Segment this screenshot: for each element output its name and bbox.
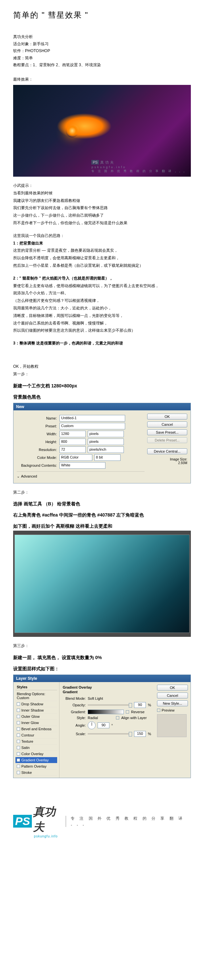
width-label: Width: — [17, 432, 59, 436]
cancel-button[interactable]: Cancel — [157, 692, 188, 698]
footer-brand: 真功夫 — [33, 804, 61, 834]
text-line: 要使它看上去更有动感，使用动感模糊滤镜就可以，为了使图片看上去更有空间感， — [13, 282, 191, 290]
bitdepth-select[interactable]: 8 bit — [94, 454, 120, 461]
text-line: 这里的背景分析 — 背景是夜空，颜色要若隐若现就会真实， — [13, 247, 191, 255]
text-line: 我用最简单的说几个方法：大小，近处的大，远处的小， — [13, 304, 191, 312]
width-input[interactable]: 1280 — [59, 431, 86, 437]
footer-tagline: 专 注 国 外 优 秀 教 程 的 分 享 翻 译 。。。 — [66, 816, 191, 827]
sidebar-item[interactable]: Stroke — [15, 770, 57, 776]
text-line: 我们要先分析下该如何去做，自己脑海要有个整体思路 — [13, 204, 191, 212]
delete-preset-button: Delete Preset... — [147, 437, 187, 443]
blendmode-select[interactable]: Soft Light — [88, 697, 120, 700]
sidebar-item[interactable]: Contour — [15, 732, 57, 738]
resolution-input[interactable]: 72 — [59, 446, 86, 453]
step-label: 第一步： — [13, 371, 191, 378]
device-central-button[interactable]: Device Central... — [147, 449, 187, 454]
text-line: 小武提示： — [13, 182, 191, 189]
opacity-input[interactable]: 90 — [134, 702, 146, 708]
resolution-unit-select[interactable]: pixels/inch — [88, 446, 124, 453]
style-select[interactable]: Radial — [88, 716, 114, 720]
preview-checkbox[interactable] — [157, 709, 160, 712]
styles-sidebar: Styles Blending Options: Custom Drop Sha… — [13, 682, 59, 778]
step2-line: 选择 画笔工具 （B） 给背景着色 — [13, 501, 191, 507]
scale-input[interactable]: 150 — [134, 731, 146, 737]
ok-button[interactable]: OK — [147, 414, 187, 420]
text-line: 就添加几个小火焰，方法一样。 — [13, 290, 191, 297]
save-preset-button[interactable]: Save Preset... — [147, 430, 187, 435]
percent-label: % — [148, 703, 151, 707]
name-input[interactable]: Untitled-1 — [59, 415, 125, 422]
ok-button[interactable]: OK — [157, 685, 188, 690]
opacity-slider[interactable] — [88, 704, 132, 706]
resolution-label: Resolution: — [17, 448, 59, 452]
blendmode-label: Blend Mode: — [63, 697, 86, 700]
text-line: 我建议学习的朋友们不要急着跟教程做 — [13, 197, 191, 205]
step-label: 第三步： — [13, 642, 191, 650]
text-line: 所以我们做图的时候要注意这方面的意识，这样做出来至少不那么假） — [13, 327, 191, 334]
angle-label: Angle: — [63, 723, 86, 727]
new-style-button[interactable]: New Style... — [157, 700, 188, 706]
angle-dial[interactable] — [88, 721, 96, 729]
name-label: Name: — [17, 416, 59, 420]
sidebar-item[interactable]: Satin — [15, 745, 57, 751]
bgcontents-select[interactable]: White — [59, 462, 106, 469]
step-label: 第二步： — [13, 489, 191, 496]
step3-line: 设置图层样式如下图： — [13, 666, 191, 672]
sidebar-item[interactable]: Bevel and Emboss — [15, 726, 57, 732]
watermark-url: pskungfu.info — [92, 165, 126, 169]
style-label: Style: — [63, 716, 86, 720]
text-line: （怎么样使图片更有空间感？可以根据透视规律， — [13, 297, 191, 304]
step-heading: 2：" 彗星制作 " 把火焰图片导入（也就是所谓的彗星）， — [13, 275, 191, 282]
gradient-picker[interactable] — [88, 710, 124, 714]
page-title: 简单的 " 彗星效果 " — [13, 10, 191, 20]
watermark-tag: 专 注 国 外 优 秀 教 程 的 分 享 翻 译 。。。 — [92, 169, 188, 173]
chevron-icon[interactable]: ⌄ — [17, 474, 20, 479]
angle-input[interactable]: 90 — [98, 722, 109, 728]
scale-label: Scale: — [63, 732, 86, 736]
gradient-label: Gradient: — [63, 710, 86, 714]
step3-line: 新建一层， 填充黑色， 设置填充数量为 0% — [13, 655, 191, 661]
cancel-button[interactable]: Cancel — [147, 422, 187, 427]
reverse-label: Reverse — [131, 710, 145, 714]
scale-slider[interactable] — [88, 733, 132, 735]
sidebar-item[interactable]: Color Overlay — [15, 751, 57, 757]
panel-title: Gradient Overlay — [63, 685, 151, 689]
height-input[interactable]: 800 — [59, 439, 86, 445]
height-unit-select[interactable]: pixels — [88, 439, 124, 445]
step2-line: 如下图，画好后加个 高斯模糊 这样看上去更柔和 — [13, 523, 191, 529]
colormode-select[interactable]: RGB Color — [59, 454, 92, 461]
sidebar-item[interactable]: Pattern Overlay — [15, 764, 57, 770]
sidebar-item[interactable]: Drop Shadow — [15, 701, 57, 707]
reverse-checkbox[interactable] — [126, 710, 129, 714]
align-checkbox[interactable] — [116, 716, 119, 719]
footer-url: pskungfu.info — [34, 834, 61, 838]
sidebar-item[interactable]: Inner Glow — [15, 720, 57, 726]
sidebar-item[interactable]: Inner Shadow — [15, 707, 57, 714]
sidebar-item[interactable]: Outer Glow — [15, 714, 57, 720]
text-line: 清晰度，目标物体清晰，周围可以模糊一点，光影的变化等等， — [13, 312, 191, 320]
meta-line: 真功夫分析 — [13, 33, 191, 41]
text-line: 这一步做什么，下一步做什么，这样自己就明确多了 — [13, 212, 191, 219]
ok-line: OK，开始教程 — [13, 363, 191, 371]
sidebar-item[interactable]: Texture — [15, 738, 57, 745]
sidebar-item[interactable]: Blending Options: Custom — [15, 691, 57, 701]
step1-title: 新建一个工作文档 1280×800px — [13, 383, 191, 389]
text-line: 而不是作者下一步干什么，你也做什么，做完还不知道是什么效果 — [13, 219, 191, 227]
degree-label: ° — [111, 723, 112, 727]
meta-line: 教程要点：1、背景制作 2、画笔设置 3、环境渲染 — [13, 62, 191, 69]
preset-select[interactable]: Custom — [59, 423, 125, 430]
preset-label: Preset: — [17, 424, 59, 428]
meta-line: 适合对象：新手练习 — [13, 41, 191, 48]
meta-block: 真功夫分析 适合对象：新手练习 软件：PHOTOSHOP 难度：简单 教程要点：… — [13, 33, 191, 69]
sidebar-item-selected[interactable]: Gradient Overlay — [15, 757, 57, 764]
text-line: 这里我说一个我自己的思路： — [13, 232, 191, 240]
gradient-overlay-panel: Gradient Overlay Gradient Blend Mode: So… — [59, 682, 154, 778]
layer-style-dialog: Layer Style Styles Blending Options: Cus… — [13, 675, 191, 778]
width-unit-select[interactable]: pixels — [88, 431, 124, 437]
text-line: 然后加上一些小星星，星条都是亮（自己设置笔刷，或下载笔刷就能搞定） — [13, 262, 191, 269]
tips-block: 小武提示： 当看到最终效果的时候 我建议学习的朋友们不要急着跟教程做 我们要先分… — [13, 182, 191, 227]
advanced-toggle[interactable]: Advanced — [21, 474, 37, 478]
panel-subtitle: Gradient — [63, 690, 151, 694]
step-heading: 1：把背景做出来 — [13, 240, 191, 247]
footer-logo: PS 真功夫 pskungfu.info — [13, 804, 61, 838]
